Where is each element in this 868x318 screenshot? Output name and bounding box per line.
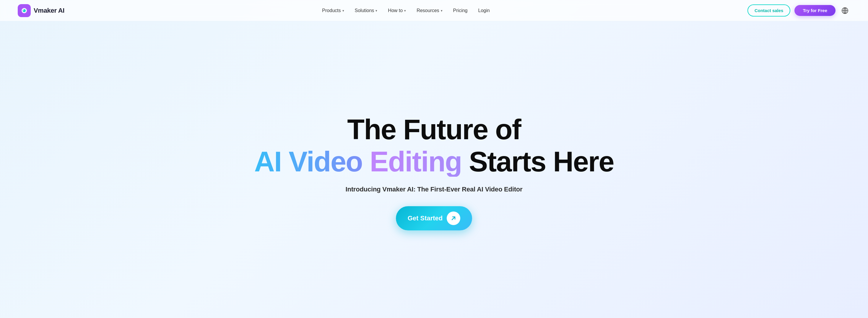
nav-label-products: Products <box>322 8 341 13</box>
chevron-down-icon: ▾ <box>404 9 406 13</box>
navbar-nav: Products ▾ Solutions ▾ How to ▾ Resource… <box>322 8 490 13</box>
language-selector-button[interactable] <box>840 5 850 16</box>
hero-title-editing: Editing <box>370 147 462 177</box>
get-started-label: Get Started <box>408 214 443 222</box>
hero-title-line1: The Future of <box>347 115 521 145</box>
nav-item-products[interactable]: Products ▾ <box>322 8 344 13</box>
globe-icon <box>841 7 848 14</box>
hero-subtitle: Introducing Vmaker AI: The First-Ever Re… <box>346 185 523 193</box>
nav-label-resources: Resources <box>416 8 439 13</box>
nav-item-howto[interactable]: How to ▾ <box>388 8 406 13</box>
nav-label-login: Login <box>478 8 490 13</box>
arrow-icon <box>447 212 460 225</box>
nav-item-solutions[interactable]: Solutions ▾ <box>355 8 378 13</box>
hero-section: The Future of AI Video Editing Starts He… <box>0 21 868 318</box>
nav-label-solutions: Solutions <box>355 8 374 13</box>
contact-sales-button[interactable]: Contact sales <box>747 4 790 16</box>
nav-item-resources[interactable]: Resources ▾ <box>416 8 442 13</box>
hero-title-line2: AI Video Editing Starts Here <box>254 147 614 177</box>
logo[interactable]: Vmaker AI <box>18 4 64 17</box>
nav-label-howto: How to <box>388 8 403 13</box>
navbar-actions: Contact sales Try for Free <box>747 4 850 16</box>
try-for-free-button[interactable]: Try for Free <box>795 5 836 16</box>
logo-text: Vmaker AI <box>34 7 64 14</box>
logo-icon <box>18 4 31 17</box>
hero-title-starts-here: Starts Here <box>462 147 614 177</box>
chevron-down-icon: ▾ <box>342 9 344 13</box>
chevron-down-icon: ▾ <box>441 9 442 13</box>
hero-title-ai-video: AI Video <box>254 147 370 177</box>
chevron-down-icon: ▾ <box>375 9 377 13</box>
nav-item-pricing[interactable]: Pricing <box>453 8 468 13</box>
svg-point-2 <box>23 9 26 12</box>
nav-item-login[interactable]: Login <box>478 8 490 13</box>
get-started-button[interactable]: Get Started <box>396 206 472 231</box>
navbar: Vmaker AI Products ▾ Solutions ▾ How to … <box>0 0 868 21</box>
nav-label-pricing: Pricing <box>453 8 468 13</box>
svg-point-3 <box>23 9 24 10</box>
